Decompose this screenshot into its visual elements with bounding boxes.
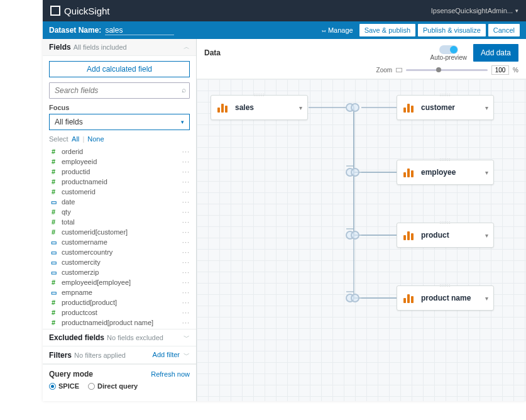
field-row[interactable]: ▭date··· [49, 197, 194, 207]
field-row[interactable]: ▭customername··· [49, 237, 194, 247]
join-canvas-grid[interactable]: :::::: sales ▾ :::::: customer ▾ :::::: [197, 79, 526, 401]
field-row[interactable]: ▭empname··· [49, 287, 194, 297]
fields-header[interactable]: FieldsAll fields included ︿ [43, 39, 196, 56]
join-icon[interactable] [346, 166, 362, 179]
fields-subtitle: All fields included [74, 43, 127, 51]
field-name: customerid [62, 188, 96, 196]
manage-button[interactable]: ⟗ Manage [318, 26, 357, 34]
add-calculated-field-button[interactable]: Add calculated field [49, 61, 190, 77]
excluded-title: Excluded fields [49, 333, 104, 342]
publish-visualize-button[interactable]: Publish & visualize [418, 24, 486, 36]
save-publish-button[interactable]: Save & publish [359, 24, 415, 36]
brand: QuickSight [50, 6, 110, 16]
focus-select[interactable]: All fields ▾ [49, 114, 190, 130]
field-more-icon[interactable]: ··· [182, 238, 194, 246]
table-icon [402, 228, 416, 242]
field-more-icon[interactable]: ··· [182, 299, 194, 306]
join-icon[interactable] [346, 292, 362, 304]
add-filter-link[interactable]: Add filter [153, 351, 180, 358]
table-node-customer[interactable]: :::::: customer ▾ [397, 95, 494, 120]
zoom-rect-icon [396, 68, 402, 72]
auto-preview-toggle[interactable]: Auto-preview [430, 45, 467, 61]
zoom-slider[interactable] [406, 69, 488, 71]
expand-icon[interactable]: ﹀ [184, 351, 190, 358]
field-row[interactable]: #productid··· [49, 167, 194, 177]
data-canvas: Data Auto-preview Add data Zoom % [197, 39, 526, 401]
field-row[interactable]: #productcost··· [49, 307, 194, 318]
field-more-icon[interactable]: ··· [182, 268, 194, 276]
field-more-icon[interactable]: ··· [182, 158, 194, 165]
direct-query-radio[interactable]: Direct query [88, 382, 138, 390]
chevron-down-icon[interactable]: ▾ [485, 295, 488, 302]
field-row[interactable]: ▭customercity··· [49, 257, 194, 267]
chevron-down-icon[interactable]: ▾ [485, 104, 488, 111]
field-row[interactable]: #customerid··· [49, 187, 194, 197]
field-more-icon[interactable]: ··· [182, 228, 194, 236]
collapse-icon[interactable]: ︿ [184, 43, 190, 52]
spice-radio[interactable]: SPICE [49, 382, 79, 390]
field-row[interactable]: #productnameid··· [49, 177, 194, 187]
field-row[interactable]: #qty··· [49, 207, 194, 217]
field-more-icon[interactable]: ··· [182, 289, 194, 296]
field-more-icon[interactable]: ··· [182, 208, 194, 216]
cancel-button[interactable]: Cancel [488, 24, 520, 36]
field-more-icon[interactable]: ··· [182, 279, 194, 286]
table-node-product[interactable]: :::::: product ▾ [397, 223, 494, 248]
table-node-sales[interactable]: :::::: sales ▾ [211, 95, 308, 120]
field-more-icon[interactable]: ··· [182, 198, 194, 206]
zoom-value-input[interactable] [491, 65, 509, 75]
field-row[interactable]: #customerid[customer]··· [49, 227, 194, 237]
chevron-down-icon[interactable]: ▾ [485, 169, 488, 176]
expand-icon[interactable]: ﹀ [184, 333, 190, 342]
user-menu[interactable]: IpsenseQuicksightAdmin... ▾ [431, 7, 518, 14]
excluded-header[interactable]: Excluded fieldsNo fields excluded ﹀ [43, 329, 196, 346]
select-label: Select [49, 135, 68, 143]
chevron-down-icon[interactable]: ▾ [485, 232, 488, 239]
quicksight-logo-icon [50, 6, 60, 16]
table-node-employee[interactable]: :::::: employee ▾ [397, 160, 494, 185]
user-name: IpsenseQuicksightAdmin... [431, 7, 513, 14]
fields-sidebar: FieldsAll fields included ︿ Add calculat… [43, 39, 197, 401]
field-row[interactable]: #employeeid[employee]··· [49, 277, 194, 287]
field-row[interactable]: #productnameid[product name]··· [49, 318, 194, 328]
select-none-link[interactable]: None [87, 135, 104, 143]
grip-icon: :::::: [440, 157, 451, 162]
field-name: qty [62, 208, 71, 216]
field-row[interactable]: #total··· [49, 217, 194, 227]
add-data-button[interactable]: Add data [473, 44, 518, 62]
zoom-label: Zoom [376, 67, 393, 74]
node-label: employee [421, 168, 480, 177]
field-row[interactable]: #productid[product]··· [49, 297, 194, 307]
field-more-icon[interactable]: ··· [182, 319, 194, 326]
select-row: Select All | None [43, 134, 196, 146]
field-row[interactable]: ▭customercountry··· [49, 247, 194, 257]
node-label: product name [421, 294, 480, 302]
grip-icon: :::::: [254, 92, 265, 97]
field-more-icon[interactable]: ··· [182, 218, 194, 226]
field-more-icon[interactable]: ··· [182, 178, 194, 185]
field-more-icon[interactable]: ··· [182, 258, 194, 266]
field-more-icon[interactable]: ··· [182, 309, 194, 316]
chevron-down-icon: ▾ [181, 119, 184, 125]
number-icon: # [49, 299, 58, 306]
auto-preview-label: Auto-preview [430, 54, 467, 61]
join-icon[interactable] [346, 101, 362, 114]
join-icon[interactable] [346, 229, 362, 241]
dataset-name-input[interactable] [105, 26, 174, 35]
select-all-link[interactable]: All [72, 135, 79, 143]
dataset-name-block: Dataset Name: [49, 26, 174, 35]
field-name: productnameid[product name] [62, 319, 153, 326]
string-icon: ▭ [49, 239, 58, 246]
field-more-icon[interactable]: ··· [182, 248, 194, 256]
refresh-now-link[interactable]: Refresh now [151, 370, 190, 378]
search-fields-input[interactable] [49, 82, 190, 99]
filters-header[interactable]: FiltersNo filters applied Add filter﹀ [43, 346, 196, 364]
field-row[interactable]: #employeeid··· [49, 157, 194, 167]
chevron-down-icon[interactable]: ▾ [299, 104, 302, 111]
field-row[interactable]: ▭customerzip··· [49, 267, 194, 277]
field-row[interactable]: #orderid··· [49, 146, 194, 157]
field-more-icon[interactable]: ··· [182, 148, 194, 155]
field-more-icon[interactable]: ··· [182, 188, 194, 196]
table-node-productname[interactable]: :::::: product name ▾ [397, 285, 494, 311]
field-more-icon[interactable]: ··· [182, 168, 194, 175]
